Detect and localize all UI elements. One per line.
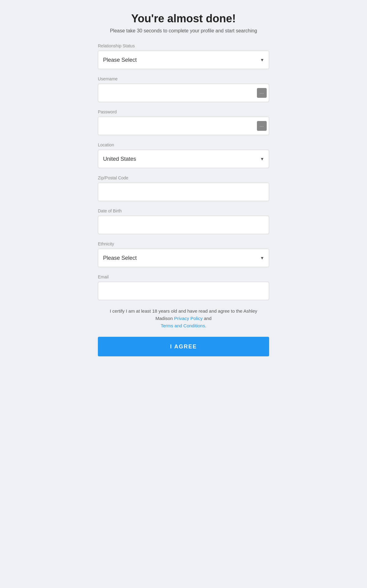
relationship-status-select-wrapper: Please Select Single Married In a Relati… <box>98 51 269 69</box>
relationship-status-group: Relationship Status Please Select Single… <box>98 43 269 69</box>
form-container: You're almost done! Please take 30 secon… <box>92 12 275 356</box>
page-subtitle: Please take 30 seconds to complete your … <box>98 28 269 34</box>
ethnicity-group: Ethnicity Please Select Asian Black/Afri… <box>98 241 269 267</box>
ethnicity-label: Ethnicity <box>98 241 269 246</box>
certify-text: I certify I am at least 18 years old and… <box>98 307 269 329</box>
username-input[interactable] <box>98 84 269 102</box>
location-group: Location United States Canada United Kin… <box>98 142 269 168</box>
password-label: Password <box>98 109 269 114</box>
agree-button[interactable]: I AGREE <box>98 337 269 356</box>
email-input[interactable] <box>98 282 269 300</box>
zip-code-group: Zip/Postal Code <box>98 175 269 201</box>
certify-suffix: . <box>205 323 206 328</box>
username-group: Username ··· <box>98 76 269 102</box>
ethnicity-select-wrapper: Please Select Asian Black/African Americ… <box>98 249 269 267</box>
dob-label: Date of Birth <box>98 208 269 213</box>
page-header: You're almost done! Please take 30 secon… <box>98 12 269 34</box>
email-group: Email <box>98 274 269 300</box>
dots-icon: ··· <box>260 91 264 95</box>
dob-input[interactable] <box>98 216 269 234</box>
username-label: Username <box>98 76 269 81</box>
password-dots-button[interactable]: ··· <box>257 121 267 131</box>
password-group: Password ··· <box>98 109 269 135</box>
certify-conjunction: and <box>203 316 212 321</box>
terms-link[interactable]: Terms and Conditions <box>161 323 205 328</box>
username-dots-button[interactable]: ··· <box>257 88 267 98</box>
zip-code-label: Zip/Postal Code <box>98 175 269 180</box>
relationship-status-select[interactable]: Please Select Single Married In a Relati… <box>98 51 269 69</box>
zip-code-input[interactable] <box>98 183 269 201</box>
location-select[interactable]: United States Canada United Kingdom Aust… <box>98 150 269 168</box>
dots-icon: ··· <box>260 124 264 128</box>
location-select-wrapper: United States Canada United Kingdom Aust… <box>98 150 269 168</box>
password-input-wrapper: ··· <box>98 117 269 135</box>
page-title: You're almost done! <box>98 12 269 25</box>
relationship-status-label: Relationship Status <box>98 43 269 48</box>
location-label: Location <box>98 142 269 147</box>
privacy-policy-link[interactable]: Privacy Policy <box>174 316 202 321</box>
password-input[interactable] <box>98 117 269 135</box>
ethnicity-select[interactable]: Please Select Asian Black/African Americ… <box>98 249 269 267</box>
email-label: Email <box>98 274 269 279</box>
dob-group: Date of Birth <box>98 208 269 234</box>
username-input-wrapper: ··· <box>98 84 269 102</box>
